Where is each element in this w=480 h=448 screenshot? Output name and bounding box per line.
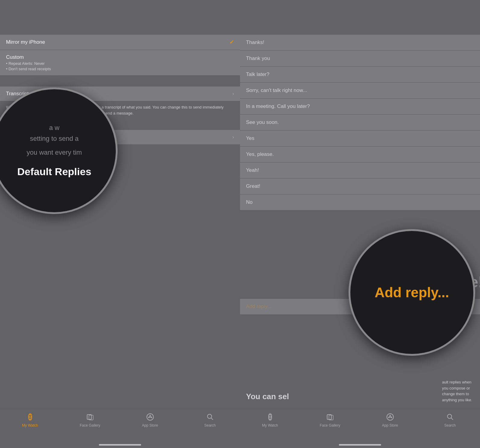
reply-text-talk-later: Talk later? [246, 71, 269, 77]
left-tab-my-watch-label: My Watch [22, 423, 38, 427]
right-content: Thanks! Thank you Talk later? Sorry, can… [240, 0, 480, 448]
circle-pre-text: a w [17, 124, 91, 132]
right-tab-my-watch-label: My Watch [262, 423, 278, 427]
reply-text-see-you: See you soon. [246, 119, 279, 125]
watch-icon [25, 412, 35, 422]
replies-list: Thanks! Thank you Talk later? Sorry, can… [240, 35, 480, 210]
right-tab-search[interactable]: Search [420, 412, 480, 427]
circle-setting-text: setting to send a [17, 135, 91, 143]
circle-main-label: Default Replies [17, 166, 91, 178]
reply-item-yes[interactable]: Yes [240, 131, 480, 147]
reply-text-thanks: Thanks! [246, 39, 264, 45]
left-content: Mirror my iPhone ✓ Custom • Repeat Alert… [0, 0, 240, 448]
left-phone-screen: 9:51 📶 ‹ My Watch Messages Mirror [0, 0, 240, 448]
custom-item[interactable]: Custom • Repeat Alerts: Never • Don't se… [0, 50, 240, 76]
mirror-iphone-item[interactable]: Mirror my iPhone ✓ [0, 35, 240, 50]
right-app-store-icon [385, 412, 395, 422]
bottom-desc-text: ault replies when you compose orchange t… [442, 380, 472, 402]
reply-text-meeting: In a meeting. Call you later? [246, 103, 310, 109]
default-replies-chevron-icon: › [232, 134, 234, 140]
reply-item-see-you[interactable]: See you soon. [240, 115, 480, 131]
reply-item-meeting[interactable]: In a meeting. Call you later? [240, 99, 480, 115]
circle-want-text: you want every tim [17, 149, 91, 156]
reply-text-yeah: Yeah! [246, 167, 259, 173]
reply-item-yes-please[interactable]: Yes, please. [240, 147, 480, 162]
left-home-indicator [99, 444, 141, 446]
right-home-indicator [339, 444, 381, 446]
left-tab-face-gallery[interactable]: Face Gallery [60, 412, 120, 427]
left-tab-search[interactable]: Search [180, 412, 240, 427]
circle-content: a w setting to send a you want every tim… [11, 118, 97, 184]
add-reply-circle-content: Add reply... [368, 278, 455, 307]
svg-line-17 [451, 418, 453, 420]
left-tab-my-watch[interactable]: My Watch [0, 412, 60, 427]
reply-item-no[interactable]: No [240, 194, 480, 210]
reply-text-sorry: Sorry, can't talk right now... [246, 87, 307, 93]
you-can-text: You can sel [246, 392, 289, 401]
reply-item-talk-later[interactable]: Talk later? [240, 67, 480, 83]
right-tab-face-gallery-label: Face Gallery [320, 423, 340, 427]
add-reply-label-behind: Add reply... [246, 304, 272, 309]
reply-item-thanks[interactable]: Thanks! [240, 35, 480, 51]
reply-text-thank-you: Thank you [246, 55, 270, 61]
reply-text-yes-please: Yes, please. [246, 151, 274, 157]
search-icon [205, 412, 215, 422]
left-tab-search-label: Search [204, 423, 216, 427]
reply-text-great: Great! [246, 183, 260, 189]
right-watch-icon [265, 412, 275, 422]
right-tab-my-watch[interactable]: My Watch [240, 412, 300, 427]
reply-text-yes: Yes [246, 135, 254, 141]
right-tab-search-label: Search [444, 423, 456, 427]
reply-item-sorry[interactable]: Sorry, can't talk right now... [240, 83, 480, 99]
app-store-icon [145, 412, 155, 422]
svg-line-8 [211, 418, 213, 420]
mirror-iphone-label: Mirror my iPhone [6, 39, 45, 45]
right-tab-bar: My Watch Face Gallery App Store [240, 409, 480, 448]
read-receipts-label: • Don't send read receipts [6, 67, 51, 71]
add-reply-circle-overlay: Add reply... [349, 229, 475, 356]
add-reply-circle-label: Add reply... [374, 284, 449, 301]
reply-text-no: No [246, 199, 253, 205]
right-tab-app-store[interactable]: App Store [360, 412, 420, 427]
face-gallery-icon [85, 412, 95, 422]
bottom-desc: ault replies when you compose orchange t… [439, 376, 480, 406]
section-divider-1 [0, 76, 240, 87]
right-tab-app-store-label: App Store [382, 423, 398, 427]
left-list-section: Mirror my iPhone ✓ Custom • Repeat Alert… [0, 35, 240, 76]
right-phone-screen: 9:51 📶 ‹ Messages Default Replies Edit T [240, 0, 480, 448]
right-face-gallery-icon [325, 412, 335, 422]
right-search-icon [445, 412, 455, 422]
reply-item-great[interactable]: Great! [240, 178, 480, 194]
left-tab-app-store[interactable]: App Store [120, 412, 180, 427]
svg-point-3 [29, 416, 31, 418]
checkmark-icon: ✓ [229, 39, 234, 46]
custom-label: Custom [6, 54, 51, 60]
reply-item-thank-you[interactable]: Thank you [240, 51, 480, 67]
svg-point-12 [269, 416, 271, 418]
left-tab-app-store-label: App Store [142, 423, 158, 427]
repeat-alerts-label: • Repeat Alerts: Never [6, 61, 51, 66]
transcript-chevron-icon: › [232, 91, 234, 96]
left-tab-face-gallery-label: Face Gallery [80, 423, 100, 427]
reply-item-yeah[interactable]: Yeah! [240, 162, 480, 178]
right-tab-face-gallery[interactable]: Face Gallery [300, 412, 360, 427]
left-tab-bar: My Watch Face Gallery App Store [0, 409, 240, 448]
